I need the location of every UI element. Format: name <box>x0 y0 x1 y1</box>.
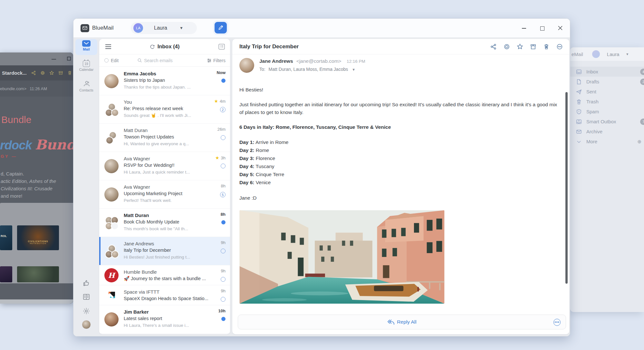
left-window-sender-fragment: ebundle.com> <box>0 86 26 91</box>
star-icon[interactable] <box>49 71 54 75</box>
email-sender: Jim Barker <box>124 308 211 315</box>
unread-ring-icon[interactable] <box>504 43 510 50</box>
read-status-indicator[interactable] <box>221 277 226 282</box>
email-preview: Hi Laura, There's a small issue i... <box>124 322 211 329</box>
reply-more-options-icon[interactable]: ••• <box>553 319 561 326</box>
read-status-indicator[interactable] <box>221 249 226 253</box>
game-thumbnail[interactable] <box>17 266 59 282</box>
share-icon[interactable] <box>490 43 497 50</box>
archive-icon[interactable] <box>58 71 63 75</box>
email-list-item[interactable]: Matt DuranBook Club Monthly UpdateThis m… <box>99 209 230 237</box>
email-list-item[interactable]: HHumble Bundle🚀 Journey to the stars wit… <box>99 265 230 285</box>
add-folder-icon[interactable]: ⊕ <box>637 139 641 145</box>
email-body: Hi Besties! Just finished putting togeth… <box>239 81 562 304</box>
recipients-row[interactable]: To: Matt Duran, Laura Moss, Emma Jacobs … <box>259 67 355 72</box>
maximize-button[interactable] <box>540 25 545 31</box>
reply-all-button[interactable]: Reply All ••• <box>238 315 566 329</box>
folder-list: Inbox4Drafts2SentTrashSpamSmart Outbox7A… <box>570 67 644 147</box>
close-button[interactable] <box>558 25 563 31</box>
settings-button[interactable] <box>75 307 97 315</box>
body-heading: 6 Days in Italy: Rome, Florence, Tuscany… <box>239 123 562 131</box>
folder-item-inbox[interactable]: Inbox4 <box>570 67 644 77</box>
edit-button[interactable]: Edit <box>104 58 119 63</box>
email-list-item[interactable]: Ava WagnerUpcoming Marketing ProjectPerf… <box>99 180 230 209</box>
email-list-item[interactable]: YouRe: Press release next weekSounds gre… <box>99 95 230 124</box>
minimize-icon[interactable] <box>52 59 56 60</box>
game-thumbnail[interactable] <box>0 266 12 282</box>
feedback-thumbs-up-button[interactable] <box>75 279 97 287</box>
share-icon[interactable] <box>31 71 36 75</box>
read-status-indicator[interactable] <box>221 135 226 140</box>
email-list-item[interactable]: Matt DuranTowson Project UpdatesHi, Want… <box>99 124 230 152</box>
game-thumbnail[interactable]: ROL <box>0 225 12 250</box>
right-account-pill[interactable]: Laura ▾ <box>592 50 628 58</box>
newsfeed-button[interactable] <box>75 293 97 300</box>
hamburger-menu-icon[interactable] <box>105 44 111 49</box>
email-time: 10h <box>218 308 226 313</box>
more-options-icon[interactable] <box>556 43 563 50</box>
filters-button[interactable]: Filters <box>207 58 226 63</box>
unread-ring-icon[interactable] <box>40 71 45 75</box>
minimize-button[interactable] <box>522 25 527 31</box>
folder-item-more[interactable]: More⊕ <box>570 137 644 147</box>
read-status-indicator[interactable]: 5 <box>220 192 226 197</box>
folder-title: Inbox (4) <box>158 43 180 50</box>
compose-pencil-icon <box>218 25 224 31</box>
game-thumbnail[interactable]: CIVILIZATIONS RETRIBUTION <box>17 225 59 250</box>
archive-icon[interactable] <box>530 43 536 50</box>
avatar <box>106 137 113 144</box>
background-window-humble-email[interactable]: Stardock... ebundle.com> 11:26 AM Bundle… <box>0 52 73 304</box>
email-list-item[interactable]: Jane AndrewsItaly Trip for DecemberHi Be… <box>99 237 230 265</box>
search-box[interactable] <box>137 58 186 63</box>
folder-item-trash[interactable]: Trash <box>570 97 644 107</box>
read-status-indicator[interactable] <box>221 164 226 168</box>
search-input[interactable] <box>144 58 186 63</box>
humble-body-lines: d, Captain.actic Edition, Ashes of theCi… <box>1 170 56 200</box>
email-subject: Latest sales report <box>124 315 211 322</box>
read-status-indicator[interactable]: 2 <box>220 107 226 112</box>
avatar <box>111 109 119 117</box>
sidebar-item-calendar[interactable]: 19 Calendar <box>75 61 97 71</box>
read-status-indicator[interactable] <box>221 79 226 83</box>
email-list-item[interactable]: Space via IFTTTSpaceX Dragon Heads to Sp… <box>99 285 230 305</box>
email-list-item[interactable]: Ava WagnerRSVP for Our Wedding!!Hi Laura… <box>99 152 230 180</box>
body-signature: Jane :D <box>239 194 562 202</box>
maximize-icon[interactable] <box>67 57 71 61</box>
more-icon <box>576 139 582 145</box>
read-status-indicator[interactable] <box>221 220 226 224</box>
sidebar-item-contacts[interactable]: Contacts <box>75 80 97 92</box>
email-subject: Book Club Monthly Update <box>124 219 211 225</box>
email-list-item[interactable]: Jim BarkerLatest sales reportHi Laura, T… <box>99 305 230 334</box>
folder-label: Archive <box>586 129 602 134</box>
read-circle-icon <box>221 297 226 302</box>
scrollbar-thumb[interactable] <box>565 92 568 284</box>
profile-avatar-button[interactable] <box>75 320 97 329</box>
email-subject: Italy Trip for December <box>124 247 211 254</box>
compose-button[interactable] <box>215 22 227 33</box>
folder-item-smart-outbox[interactable]: Smart Outbox7 <box>570 117 644 127</box>
star-icon[interactable] <box>517 43 523 50</box>
stardock-bundle-logo: rdockBundle <box>0 137 73 153</box>
refresh-icon[interactable] <box>150 44 155 49</box>
folder-badge: 7 <box>640 118 644 125</box>
sender-email: <jane@cortab.com> <box>296 58 341 64</box>
reading-header: Italy Trip for December <box>232 39 569 54</box>
folder-badge: 4 <box>640 69 644 75</box>
gear-icon <box>82 307 90 315</box>
background-window-folders[interactable]: eMail Laura ▾ Inbox4Drafts2SentTrashSpam… <box>570 47 644 312</box>
read-status-indicator[interactable] <box>221 317 226 321</box>
email-preview: Perfect! That'll work well. <box>124 197 211 204</box>
trash-icon[interactable] <box>67 71 72 75</box>
folder-item-spam[interactable]: Spam <box>570 107 644 117</box>
folder-item-archive[interactable]: Archive <box>570 127 644 137</box>
window-controls <box>522 19 563 37</box>
folder-item-drafts[interactable]: Drafts2 <box>570 77 644 87</box>
email-list-item[interactable]: Emma JacobsSisters trip to JapanThanks f… <box>99 67 230 95</box>
account-switcher[interactable]: LA Laura ▼ <box>131 22 197 34</box>
trash-icon[interactable] <box>543 43 550 50</box>
card-view-toggle-icon[interactable] <box>218 44 225 50</box>
sidebar-item-mail[interactable]: Mail <box>75 39 97 55</box>
sent-icon <box>576 89 582 95</box>
read-status-indicator[interactable] <box>221 297 226 302</box>
folder-item-sent[interactable]: Sent <box>570 87 644 97</box>
